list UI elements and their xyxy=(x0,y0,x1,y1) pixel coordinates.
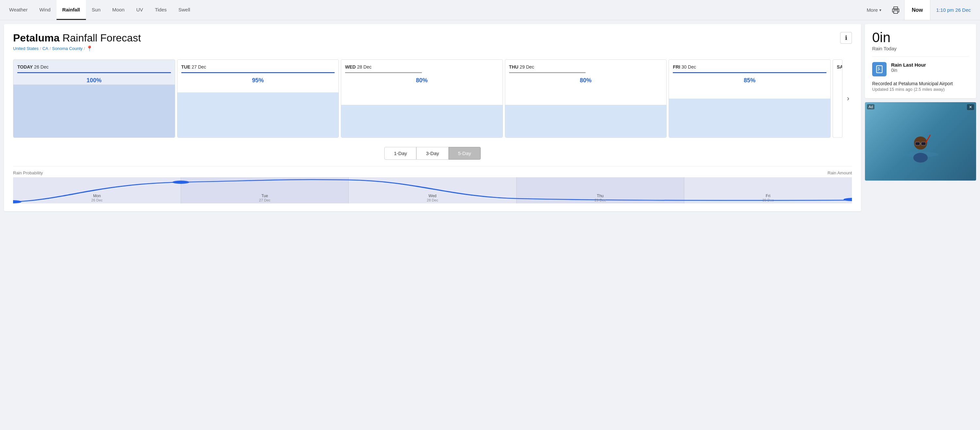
tab-swell[interactable]: Swell xyxy=(173,0,196,20)
breadcrumb-country[interactable]: United States xyxy=(13,46,38,51)
svg-rect-10 xyxy=(921,142,926,145)
recorded-section: Recorded at Petaluma Municipal Airport U… xyxy=(872,81,969,92)
recorded-updated: Updated 15 mins ago (2.5 miles away) xyxy=(872,87,969,92)
breadcrumb-sep2: / xyxy=(50,46,51,51)
svg-point-13 xyxy=(913,153,928,163)
chart-section: Rain Probability Rain Amount xyxy=(13,166,852,203)
day-header-thu: THU 29 Dec xyxy=(509,64,663,70)
day-card-today[interactable]: TODAY 26 Dec 100% xyxy=(13,59,175,138)
print-button[interactable] xyxy=(887,0,904,20)
svg-rect-9 xyxy=(915,142,920,145)
last-hour-title: Rain Last Hour xyxy=(891,62,926,68)
day-bar-fri xyxy=(673,72,826,73)
tab-rainfall[interactable]: Rainfall xyxy=(57,0,86,20)
svg-rect-1 xyxy=(894,11,898,13)
breadcrumb-sep1: / xyxy=(40,46,41,51)
tab-weather[interactable]: Weather xyxy=(3,0,33,20)
day-pct-fri: 85% xyxy=(673,77,826,84)
day-header-fri: FRI 30 Dec xyxy=(673,64,826,70)
day-date-fri: 30 Dec xyxy=(682,64,696,70)
day-card-tue[interactable]: TUE 27 Dec 95% xyxy=(177,59,339,138)
chart-svg xyxy=(13,177,852,203)
day-name-wed: WED xyxy=(345,64,356,70)
day-card-thu[interactable]: THU 29 Dec 80% xyxy=(505,59,667,138)
svg-point-2 xyxy=(897,10,898,10)
nav-spacer xyxy=(196,0,861,20)
top-nav: Weather Wind Rainfall Sun Moon UV Tides … xyxy=(0,0,980,20)
tab-uv[interactable]: UV xyxy=(130,0,149,20)
day-name-fri: FRI xyxy=(673,64,680,70)
location-pin-icon[interactable]: 📍 xyxy=(86,45,93,52)
day-date-wed: 28 Dec xyxy=(357,64,372,70)
day-card-wed[interactable]: WED 28 Dec 80% xyxy=(341,59,503,138)
rain-today-label: Rain Today xyxy=(872,46,969,51)
forecast-header: Petaluma Rainfall Forecast United States… xyxy=(13,32,852,52)
1-day-button[interactable]: 1-Day xyxy=(384,147,416,160)
day-cards: TODAY 26 Dec 100% TUE 27 Dec 95% xyxy=(13,59,852,138)
printer-icon xyxy=(892,6,900,14)
tab-moon[interactable]: Moon xyxy=(107,0,131,20)
rain-today-amount: 0in xyxy=(872,31,969,44)
main-content: Petaluma Rainfall Forecast United States… xyxy=(4,24,861,211)
now-tab[interactable]: Now xyxy=(904,0,930,20)
info-button[interactable]: ℹ xyxy=(840,32,852,44)
forecast-title: Petaluma Rainfall Forecast United States… xyxy=(13,32,141,52)
day-name-sa: SA xyxy=(837,64,842,70)
day-date-thu: 29 Dec xyxy=(520,64,534,70)
city-name: Petaluma xyxy=(13,32,59,44)
ad-close-button[interactable]: ✕ xyxy=(967,104,974,110)
tab-tides[interactable]: Tides xyxy=(149,0,173,20)
chart-dot-tue xyxy=(173,181,189,184)
breadcrumb-state[interactable]: CA xyxy=(43,46,48,51)
more-label: More xyxy=(867,7,878,13)
current-datetime: 1:10 pm 26 Dec xyxy=(930,0,977,20)
last-hour-section: Rain Last Hour 0in xyxy=(872,62,969,76)
5-day-button[interactable]: 5-Day xyxy=(449,147,481,160)
title-rest: Rainfall Forecast xyxy=(59,32,141,44)
rain-today-card: 0in Rain Today Rain Last Hour 0in xyxy=(865,24,976,98)
day-pct-tue: 95% xyxy=(181,77,335,84)
day-name-today: TODAY xyxy=(18,64,33,70)
day-pct-today: 100% xyxy=(18,77,171,84)
day-name-tue: TUE xyxy=(181,64,191,70)
day-bar-tue xyxy=(181,72,335,73)
last-hour-amount: 0in xyxy=(891,68,926,73)
day-fill-thu xyxy=(505,105,667,138)
day-fill-wed xyxy=(341,105,503,138)
day-selector: 1-Day 3-Day 5-Day xyxy=(13,147,852,160)
day-date-tue: 27 Dec xyxy=(191,64,206,70)
day-card-fri[interactable]: FRI 30 Dec 85% xyxy=(668,59,830,138)
day-bar-thu xyxy=(509,72,586,73)
day-pct-wed: 80% xyxy=(345,77,499,84)
main-layout: Petaluma Rainfall Forecast United States… xyxy=(0,20,980,215)
ad-label: Ad xyxy=(867,104,875,109)
chart-dot-fri xyxy=(843,198,852,201)
day-bar-wed xyxy=(345,72,422,73)
ad-snorkeler xyxy=(901,115,940,181)
tab-wind[interactable]: Wind xyxy=(33,0,56,20)
day-card-sa[interactable]: SA xyxy=(833,59,842,138)
breadcrumb: United States / CA / Sonoma County / 📍 xyxy=(13,45,141,52)
breadcrumb-sep3: / xyxy=(84,46,85,51)
tab-sun[interactable]: Sun xyxy=(86,0,107,20)
rain-gauge-icon xyxy=(875,65,884,73)
3-day-button[interactable]: 3-Day xyxy=(416,147,448,160)
chart-label-amount: Rain Amount xyxy=(828,170,852,175)
next-arrow[interactable]: › xyxy=(845,94,852,103)
page-title: Petaluma Rainfall Forecast xyxy=(13,32,141,44)
ad-image xyxy=(865,102,976,181)
day-date-today: 26 Dec xyxy=(34,64,48,70)
chart-labels: Rain Probability Rain Amount xyxy=(13,170,852,175)
day-fill-tue xyxy=(177,92,339,138)
day-header-tue: TUE 27 Dec xyxy=(181,64,335,70)
breadcrumb-county[interactable]: Sonoma County xyxy=(52,46,82,51)
day-header-sa: SA xyxy=(837,64,838,70)
chart-dot-mon xyxy=(13,200,22,203)
more-menu[interactable]: More ▾ xyxy=(861,0,887,20)
day-header-today: TODAY 26 Dec xyxy=(18,64,171,70)
rain-icon-box xyxy=(872,62,886,76)
advertisement: Ad ✕ xyxy=(865,102,976,181)
chart-area: Mon 26 Dec Tue 27 Dec Wed 28 Dec Thu 29 … xyxy=(13,177,852,203)
day-fill-today xyxy=(13,84,175,138)
chart-label-probability: Rain Probability xyxy=(13,170,43,175)
